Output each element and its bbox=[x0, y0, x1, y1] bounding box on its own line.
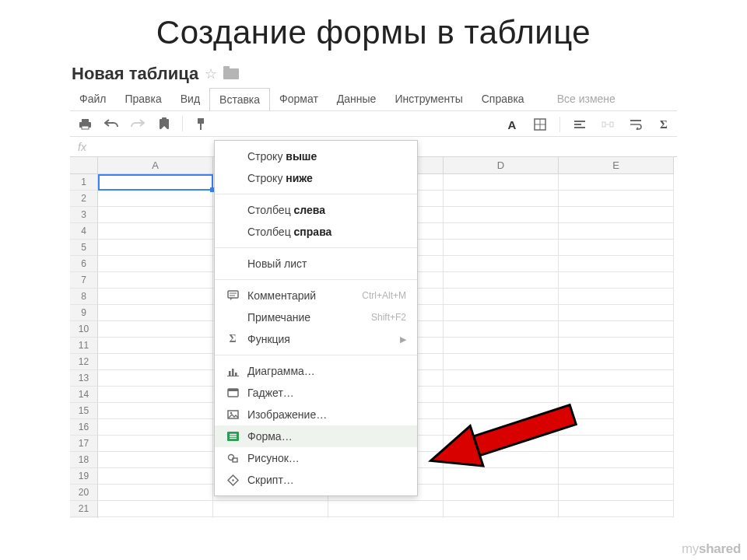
doc-title[interactable]: Новая таблица bbox=[72, 64, 198, 84]
borders-icon[interactable] bbox=[530, 115, 550, 134]
cell[interactable] bbox=[559, 321, 674, 338]
select-all-corner[interactable] bbox=[70, 157, 98, 174]
menu-form[interactable]: Форма… bbox=[215, 425, 417, 447]
folder-icon[interactable] bbox=[223, 68, 239, 79]
menu-new-sheet[interactable]: Новый лист bbox=[215, 253, 417, 275]
cell[interactable] bbox=[559, 256, 674, 272]
cell[interactable] bbox=[98, 338, 213, 354]
star-icon[interactable]: ☆ bbox=[205, 65, 217, 82]
cell[interactable] bbox=[213, 501, 328, 517]
cell[interactable] bbox=[559, 370, 674, 387]
menu-function[interactable]: Σ Функция ▶ bbox=[215, 328, 417, 350]
row-number[interactable]: 17 bbox=[70, 436, 98, 452]
cell[interactable] bbox=[444, 370, 559, 387]
cell[interactable] bbox=[444, 338, 559, 354]
cell[interactable] bbox=[444, 419, 559, 436]
cell[interactable] bbox=[444, 403, 559, 419]
cell[interactable] bbox=[98, 370, 213, 387]
menu-file[interactable]: Файл bbox=[70, 88, 115, 110]
paste-icon[interactable] bbox=[154, 114, 174, 133]
row-number[interactable]: 4 bbox=[70, 223, 98, 240]
row-number[interactable]: 5 bbox=[70, 240, 98, 256]
menu-chart[interactable]: Диаграмма… bbox=[215, 360, 417, 382]
cell[interactable] bbox=[444, 501, 559, 517]
wrap-icon[interactable] bbox=[626, 115, 646, 134]
menu-row-below[interactable]: Строку ниже bbox=[215, 167, 417, 189]
cell[interactable] bbox=[444, 517, 559, 518]
row-number[interactable]: 8 bbox=[70, 289, 98, 305]
cell[interactable] bbox=[444, 452, 559, 468]
col-head-e[interactable]: E bbox=[559, 157, 674, 174]
cell[interactable] bbox=[559, 485, 674, 501]
row-number[interactable]: 22 bbox=[70, 517, 98, 518]
cell[interactable] bbox=[559, 403, 674, 419]
cell[interactable] bbox=[98, 419, 213, 436]
cell[interactable] bbox=[559, 191, 674, 207]
cell[interactable] bbox=[444, 256, 559, 272]
menu-view[interactable]: Вид bbox=[171, 88, 209, 110]
cell[interactable] bbox=[444, 485, 559, 501]
cell[interactable] bbox=[559, 436, 674, 452]
cell[interactable] bbox=[98, 256, 213, 272]
cell[interactable] bbox=[98, 517, 213, 518]
row-number[interactable]: 15 bbox=[70, 403, 98, 419]
paint-format-icon[interactable] bbox=[191, 114, 211, 133]
menu-script[interactable]: Скрипт… bbox=[215, 469, 417, 491]
cell[interactable] bbox=[98, 468, 213, 485]
row-number[interactable]: 19 bbox=[70, 468, 98, 485]
cell[interactable] bbox=[98, 240, 213, 256]
cell[interactable] bbox=[98, 272, 213, 289]
row-number[interactable]: 3 bbox=[70, 207, 98, 223]
cell[interactable] bbox=[559, 419, 674, 436]
text-color-icon[interactable]: A bbox=[502, 115, 522, 134]
row-number[interactable]: 18 bbox=[70, 452, 98, 468]
cell[interactable] bbox=[559, 223, 674, 240]
col-head-a[interactable]: A bbox=[98, 157, 213, 174]
menu-gadget[interactable]: Гаджет… bbox=[215, 382, 417, 404]
menu-edit[interactable]: Правка bbox=[115, 88, 170, 110]
cell[interactable] bbox=[444, 289, 559, 305]
cell[interactable] bbox=[444, 387, 559, 403]
row-number[interactable]: 2 bbox=[70, 191, 98, 207]
col-head-d[interactable]: D bbox=[444, 157, 559, 174]
cell[interactable] bbox=[444, 436, 559, 452]
functions-icon[interactable]: Σ bbox=[654, 115, 674, 134]
row-number[interactable]: 21 bbox=[70, 501, 98, 517]
align-icon[interactable] bbox=[570, 115, 590, 134]
undo-icon[interactable] bbox=[101, 114, 121, 133]
cell[interactable] bbox=[98, 501, 213, 517]
redo-icon[interactable] bbox=[128, 114, 148, 133]
cell[interactable] bbox=[98, 436, 213, 452]
row-number[interactable]: 14 bbox=[70, 387, 98, 403]
row-number[interactable]: 6 bbox=[70, 256, 98, 272]
menu-tools[interactable]: Инструменты bbox=[385, 88, 472, 110]
cell[interactable] bbox=[98, 321, 213, 338]
cell[interactable] bbox=[559, 174, 674, 191]
cell[interactable] bbox=[559, 272, 674, 289]
cell[interactable] bbox=[444, 207, 559, 223]
cell[interactable] bbox=[559, 387, 674, 403]
cell[interactable] bbox=[328, 501, 444, 517]
cell[interactable] bbox=[444, 468, 559, 485]
row-number[interactable]: 1 bbox=[70, 174, 98, 191]
cell[interactable] bbox=[444, 240, 559, 256]
cell[interactable] bbox=[444, 354, 559, 370]
row-number[interactable]: 7 bbox=[70, 272, 98, 289]
cell[interactable] bbox=[444, 223, 559, 240]
cell[interactable] bbox=[98, 223, 213, 240]
print-icon[interactable] bbox=[75, 114, 95, 133]
cell[interactable] bbox=[213, 517, 328, 518]
cell[interactable] bbox=[559, 501, 674, 517]
menu-col-right[interactable]: Столбец справа bbox=[215, 221, 417, 243]
row-number[interactable]: 11 bbox=[70, 338, 98, 354]
row-number[interactable]: 13 bbox=[70, 370, 98, 387]
cell[interactable] bbox=[98, 207, 213, 223]
menu-drawing[interactable]: Рисунок… bbox=[215, 447, 417, 469]
cell[interactable] bbox=[98, 403, 213, 419]
cell[interactable] bbox=[444, 321, 559, 338]
cell[interactable] bbox=[98, 174, 213, 191]
menu-help[interactable]: Справка bbox=[472, 88, 534, 110]
cell[interactable] bbox=[559, 207, 674, 223]
cell[interactable] bbox=[559, 240, 674, 256]
cell[interactable] bbox=[98, 387, 213, 403]
